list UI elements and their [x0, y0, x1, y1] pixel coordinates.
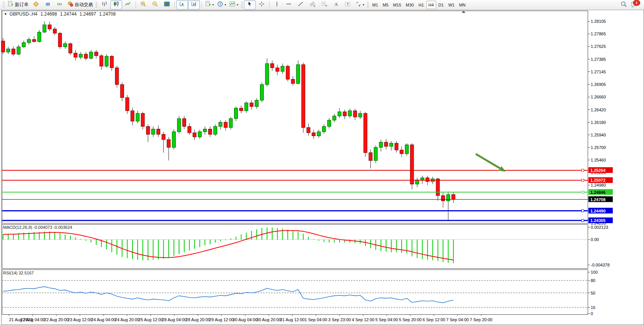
svg-text:50: 50: [591, 291, 595, 295]
community-button[interactable]: [42, 0, 54, 10]
candles-icon: [113, 1, 120, 9]
svg-text:1.24490: 1.24490: [590, 209, 606, 213]
svg-text:4 Sep 12:00: 4 Sep 12:00: [352, 317, 374, 322]
zoom-out-button[interactable]: [149, 0, 161, 10]
doc-plus-icon: [7, 1, 14, 9]
autotrading-button[interactable]: 自动交易: [65, 0, 94, 10]
signals-button[interactable]: [54, 0, 65, 10]
arrows-button[interactable]: ▾: [354, 0, 366, 10]
svg-text:15: 15: [591, 305, 595, 310]
timeframe-m1-button[interactable]: M1: [370, 1, 380, 9]
cursor-icon: [247, 1, 253, 9]
line-chart-button[interactable]: [122, 0, 134, 10]
template-icon: [229, 1, 236, 9]
svg-text:28 Aug 04:00: 28 Aug 04:00: [162, 317, 187, 322]
metaeditor-button[interactable]: [30, 0, 42, 10]
crosshair-button[interactable]: [256, 0, 268, 10]
svg-text:0.00: 0.00: [591, 237, 599, 242]
svg-text:0: 0: [591, 311, 593, 316]
svg-text:22 Aug 20:00: 22 Aug 20:00: [44, 317, 69, 322]
svg-text:24 Aug 20:00: 24 Aug 20:00: [115, 317, 140, 322]
svg-text:7 Sep 20:00: 7 Sep 20:00: [470, 317, 492, 322]
zoomout-icon: [152, 1, 158, 9]
svg-text:29 Aug 12:00: 29 Aug 12:00: [209, 317, 234, 322]
svg-text:1.27865: 1.27865: [591, 32, 606, 36]
chevron-down-icon[interactable]: ▾: [212, 3, 214, 6]
new-order-button[interactable]: 新订单: [6, 0, 30, 10]
chevron-down-icon[interactable]: ▾: [363, 3, 364, 6]
timeframe-h1-button[interactable]: H1: [416, 1, 426, 9]
vline-icon: [274, 1, 280, 9]
svg-text:0.002123: 0.002123: [591, 225, 608, 230]
text-button[interactable]: A: [330, 0, 342, 10]
toolbar-grip: [241, 2, 243, 8]
svg-text:1.24708: 1.24708: [590, 197, 606, 202]
clock-icon: [217, 1, 223, 9]
tile-icon: [164, 1, 170, 9]
autoscroll-icon: [179, 1, 185, 9]
svg-text:22 Aug 04:00: 22 Aug 04:00: [21, 317, 45, 322]
svg-text:A: A: [334, 1, 338, 7]
svg-text:1 Sep 04:00: 1 Sep 04:00: [304, 317, 327, 322]
templates-button[interactable]: ▾: [228, 0, 240, 10]
svg-text:24 Aug 04:00: 24 Aug 04:00: [91, 317, 116, 322]
textA-icon: A: [333, 1, 339, 9]
horizontal-line-button[interactable]: [283, 0, 295, 10]
svg-text:1.24305: 1.24305: [590, 218, 606, 223]
chart-window[interactable]: 1.281051.278651.276251.273851.271451.269…: [0, 10, 644, 325]
chat-icon[interactable]: 1: [630, 1, 639, 9]
signal-icon: [56, 1, 63, 9]
text-label-button[interactable]: T: [342, 0, 354, 10]
timeframe-d1-button[interactable]: D1: [436, 1, 446, 9]
doc-plus-icon: [205, 1, 211, 9]
chevron-down-icon[interactable]: ▾: [237, 3, 238, 6]
auto-scroll-button[interactable]: [176, 0, 188, 10]
periods-button[interactable]: ▾: [215, 0, 228, 10]
svg-text:1.28105: 1.28105: [591, 19, 606, 24]
search-icon[interactable]: [620, 1, 627, 9]
notification-badge: 1: [633, 0, 640, 6]
main-panel[interactable]: [2, 11, 588, 224]
tile-windows-button[interactable]: [161, 0, 173, 10]
svg-text:-0.004378: -0.004378: [591, 263, 610, 267]
timeframe-m5-button[interactable]: M5: [380, 1, 391, 9]
macd-indicator-label: MACD(12,26,9) -0.004073 -0.003624: [3, 225, 72, 230]
toolbar-separator: [135, 2, 136, 8]
candlestick-chart-button[interactable]: [110, 0, 122, 10]
chart-shift-button[interactable]: [188, 0, 200, 10]
timeframe-mn-button[interactable]: MN: [457, 1, 468, 9]
equidistant-channel-button[interactable]: E: [306, 0, 318, 10]
trendline-button[interactable]: [295, 0, 306, 10]
indicators-button[interactable]: ▾: [203, 0, 215, 10]
toolbar-right: 1: [620, 1, 642, 9]
ohlc-open: 1.24698: [40, 11, 57, 17]
timeframe-m30-button[interactable]: M30: [403, 1, 416, 9]
hline-icon: [285, 1, 292, 9]
timeframe-h4-button[interactable]: H4: [426, 1, 436, 9]
fibonacci-button[interactable]: F: [318, 0, 330, 10]
macd-panel[interactable]: [2, 225, 588, 269]
svg-text:1.27145: 1.27145: [591, 70, 606, 74]
chart-title[interactable]: ▼ GBPUSD-,H4 1.24698 1.24744 1.24697 1.2…: [4, 11, 116, 17]
toolbar-grip: [3, 2, 5, 8]
svg-text:E: E: [314, 5, 316, 7]
chartshift-icon: [191, 1, 197, 9]
linechart-icon: [125, 1, 131, 9]
svg-text:30 Aug 20:00: 30 Aug 20:00: [257, 317, 281, 322]
globe-red-icon: [67, 1, 73, 9]
vertical-line-button[interactable]: [271, 0, 283, 10]
chart-dropdown-icon[interactable]: ▼: [4, 12, 7, 16]
cursor-button[interactable]: [244, 0, 256, 10]
timeframe-m15-button[interactable]: M15: [391, 1, 403, 9]
svg-text:100: 100: [591, 270, 598, 274]
bar-chart-button[interactable]: [99, 0, 110, 10]
svg-text:5 Sep 20:00: 5 Sep 20:00: [399, 317, 421, 322]
svg-text:5 Sep 04:00: 5 Sep 04:00: [375, 317, 398, 322]
zoom-in-button[interactable]: [137, 0, 149, 10]
svg-text:25 Aug 12:00: 25 Aug 12:00: [139, 317, 163, 322]
chart-canvas[interactable]: 1.281051.278651.276251.273851.271451.269…: [0, 10, 644, 325]
cloud-icon: [45, 1, 51, 9]
chevron-down-icon[interactable]: ▾: [225, 3, 226, 6]
timeframe-w1-button[interactable]: W1: [446, 1, 457, 9]
chart-symbol-period: GBPUSD-,H4: [10, 11, 37, 17]
